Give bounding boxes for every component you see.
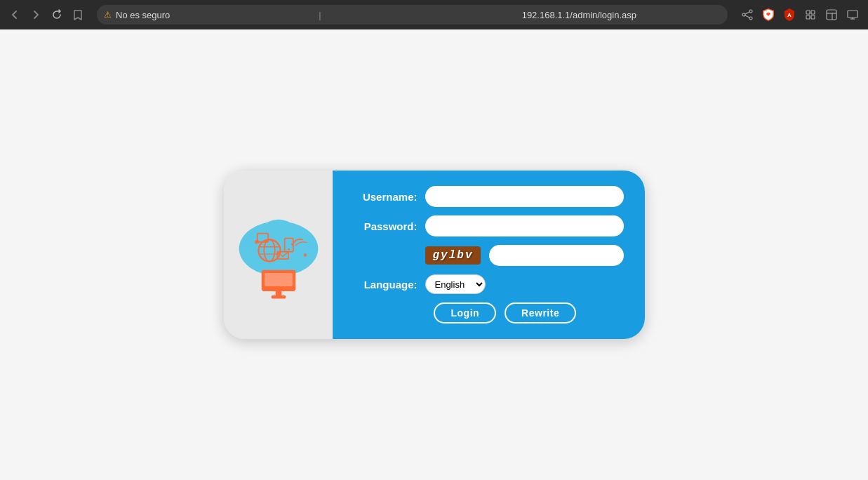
login-card: ✱ ✱ Username: Password: [224,171,645,339]
url-divider: | [319,10,517,20]
svg-rect-6 [806,11,810,14]
language-select[interactable]: English Chinese [425,274,486,294]
svg-point-1 [742,13,745,16]
browser-actions: A [739,6,861,23]
svg-point-35 [241,236,253,248]
reload-button[interactable] [49,7,65,22]
svg-point-28 [291,244,293,246]
svg-point-0 [749,10,752,13]
url-text: 192.168.1.1/admin/login.asp [522,10,721,20]
language-label: Language: [354,279,417,291]
captcha-row: gylbv [354,245,623,266]
brave-shield-button[interactable] [760,6,777,23]
svg-rect-34 [271,295,286,298]
svg-rect-8 [806,15,810,19]
svg-rect-9 [811,15,815,19]
svg-rect-10 [827,10,836,20]
captcha-image: gylbv [425,246,480,265]
screen-button[interactable] [844,6,861,23]
language-row: Language: English Chinese [354,274,623,294]
security-label: No es seguro [116,10,314,20]
login-button[interactable]: Login [434,302,496,324]
right-panel: Username: Password: gylbv Language: Engl… [333,171,644,339]
username-label: Username: [354,191,417,203]
svg-rect-7 [811,11,815,14]
address-bar[interactable]: ⚠ No es seguro | 192.168.1.1/admin/login… [97,5,728,25]
back-button[interactable] [7,7,22,22]
svg-rect-13 [848,11,857,18]
svg-rect-32 [265,273,293,286]
svg-text:✱: ✱ [302,253,307,258]
svg-text:A: A [787,12,792,18]
captcha-input[interactable] [489,245,624,266]
svg-line-3 [745,12,749,14]
username-row: Username: [354,186,623,207]
left-panel: ✱ ✱ [224,171,333,339]
svg-line-4 [745,15,749,18]
security-warning-icon: ⚠ [104,10,112,20]
bookmark-button[interactable] [70,7,86,22]
button-row: Login Rewrite [354,302,623,324]
page-content: ✱ ✱ Username: Password: [0,29,868,480]
svg-rect-33 [275,291,281,296]
layout-button[interactable] [823,6,840,23]
vpn-button[interactable]: A [781,6,798,23]
share-button[interactable] [739,6,756,23]
password-label: Password: [354,220,417,232]
svg-point-25 [288,248,290,251]
username-input[interactable] [425,186,623,207]
forward-button[interactable] [28,7,44,22]
extensions-button[interactable] [802,6,819,23]
rewrite-button[interactable]: Rewrite [505,302,576,324]
browser-chrome: ⚠ No es seguro | 192.168.1.1/admin/login… [0,0,868,29]
password-row: Password: [354,215,623,236]
svg-text:✱: ✱ [254,239,260,246]
svg-point-36 [307,241,316,251]
cloud-illustration: ✱ ✱ [224,202,333,307]
password-input[interactable] [425,215,623,236]
svg-point-2 [749,17,752,20]
